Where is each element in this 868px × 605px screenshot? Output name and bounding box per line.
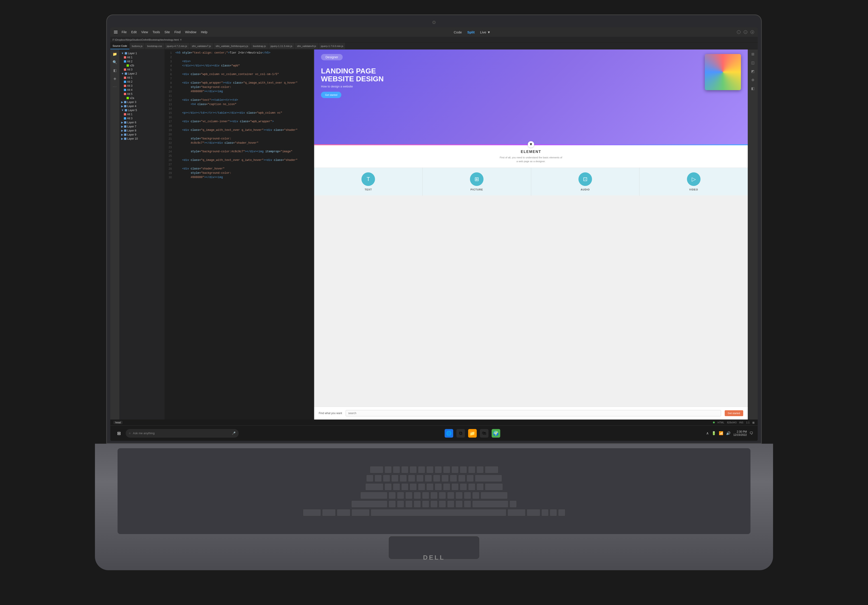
key-c[interactable] [405, 500, 412, 508]
close-button[interactable]: ✕ [750, 30, 754, 34]
key-z[interactable] [389, 500, 396, 508]
layer-9[interactable]: ▶ Layer 9 [119, 133, 164, 137]
key-alt-r[interactable] [507, 509, 525, 516]
key-shift-r[interactable] [472, 500, 508, 508]
file-tab-bootstrap-css[interactable]: bootstrap.css [145, 43, 164, 49]
nav-code[interactable]: Code [454, 30, 462, 34]
menu-edit[interactable]: Edit [131, 30, 137, 34]
key-f6[interactable] [426, 466, 434, 473]
layer-4[interactable]: ▶ Layer 4 [119, 104, 164, 108]
taskbar-notification-icon[interactable]: 🗨 [750, 431, 753, 435]
layer-1[interactable]: ▼ Layer 1 [119, 51, 164, 55]
taskbar-search-bar[interactable]: ○ Ask me anything 🎤 [126, 429, 239, 438]
key-space[interactable] [371, 509, 506, 516]
layer-1-alt3[interactable]: Alt 3 [119, 68, 164, 72]
menu-view[interactable]: View [141, 30, 148, 34]
key-5[interactable] [408, 475, 415, 482]
key-f4[interactable] [409, 466, 417, 473]
layers-icon[interactable]: ◧ [112, 68, 118, 73]
chevron-down-icon[interactable]: ▼ [528, 141, 534, 147]
key-esc[interactable] [370, 466, 383, 473]
key-r[interactable] [409, 483, 417, 490]
file-tab-source-code[interactable]: Source Code [110, 43, 130, 49]
key-minus[interactable] [458, 475, 465, 482]
maximize-button[interactable]: □ [744, 30, 747, 34]
key-p[interactable] [460, 483, 467, 490]
file-close-icon[interactable]: ✕ [180, 38, 182, 41]
key-win[interactable] [337, 509, 350, 516]
get-started-button[interactable]: Get started [321, 92, 341, 98]
nav-live[interactable]: Live ▼ [480, 30, 491, 34]
right-icon-2[interactable]: ◫ [750, 60, 755, 65]
key-h[interactable] [430, 492, 438, 499]
key-quote[interactable] [472, 492, 479, 499]
key-comma[interactable] [447, 500, 454, 508]
layer-5[interactable]: ▼ Layer 5 [119, 108, 164, 112]
key-u[interactable] [435, 483, 442, 490]
file-tab-sfm2[interactable]: sfm_validate_0xfnltenquery.js [213, 43, 251, 49]
key-bracket-l[interactable] [468, 483, 475, 490]
layer-10[interactable]: ▶ Layer 10 [119, 137, 164, 141]
key-semi[interactable] [464, 492, 471, 499]
key-a[interactable] [389, 492, 396, 499]
file-tab-buttons-js[interactable]: buttons.js [130, 43, 145, 49]
layer-1-v2b[interactable]: v2b [119, 63, 164, 68]
taskbar-clock[interactable]: 2:30 PM 12/15/2022 [733, 430, 747, 436]
taskbar-app-folder[interactable]: 📁 [468, 429, 477, 438]
search-input[interactable] [346, 410, 721, 416]
menu-find[interactable]: Find [175, 30, 181, 34]
key-t[interactable] [418, 483, 425, 490]
layer-2-v2a[interactable]: v2a [119, 96, 164, 100]
key-f9[interactable] [451, 466, 459, 473]
files-icon[interactable]: 📁 [112, 51, 118, 57]
file-tab-jquery3[interactable]: jquery-1.7.6.0.min.js [318, 43, 346, 49]
key-3[interactable] [391, 475, 398, 482]
right-icon-1[interactable]: ⊞ [750, 51, 755, 57]
menu-help[interactable]: Help [201, 30, 208, 34]
hamburger-icon[interactable] [114, 31, 118, 33]
layer-6[interactable]: ▶ Layer 6 [119, 121, 164, 124]
key-tab[interactable] [365, 483, 383, 490]
layer-1-alt2[interactable]: Alt 2 [119, 59, 164, 63]
file-tab-jquery1[interactable]: jquery-4.7.2.min.js [164, 43, 190, 49]
menu-window[interactable]: Window [185, 30, 197, 34]
file-tab-sfm1[interactable]: sfm_validatev7.js [190, 43, 213, 49]
layer-8[interactable]: ▶ Layer 8 [119, 128, 164, 133]
key-backslash[interactable] [485, 483, 503, 490]
key-f2[interactable] [393, 466, 400, 473]
right-icon-5[interactable]: ◧ [750, 86, 755, 91]
layer-2-alt3[interactable]: Alt 3 [119, 84, 164, 88]
key-alt-l[interactable] [352, 509, 370, 516]
key-i[interactable] [443, 483, 450, 490]
key-v[interactable] [414, 500, 421, 508]
key-arrow-right[interactable] [558, 509, 565, 516]
key-6[interactable] [416, 475, 423, 482]
assets-icon[interactable]: ◈ [112, 76, 118, 81]
layer-5-alt3[interactable]: Alt 3 [119, 116, 164, 121]
key-f[interactable] [414, 492, 421, 499]
taskbar-chevron-up-icon[interactable]: ∧ [706, 431, 709, 435]
search-sidebar-icon[interactable]: 🔍 [112, 59, 118, 65]
key-o[interactable] [451, 483, 459, 490]
key-del[interactable] [485, 466, 498, 473]
layer-7[interactable]: ▶ Layer 7 [119, 124, 164, 128]
key-s[interactable] [397, 492, 404, 499]
key-9[interactable] [442, 475, 449, 482]
right-icon-4[interactable]: ⊕ [750, 77, 755, 82]
layer-2-alt4[interactable]: Alt 4 [119, 88, 164, 92]
layer-5-alt1[interactable]: Alt 1 [119, 112, 164, 116]
key-fn[interactable] [322, 509, 336, 516]
key-shift-l[interactable] [351, 500, 388, 508]
key-f12[interactable] [476, 466, 484, 473]
key-k[interactable] [447, 492, 454, 499]
taskbar-volume-icon[interactable]: 🔊 [726, 431, 730, 435]
minimize-button[interactable]: − [737, 30, 741, 34]
windows-start-button[interactable]: ⊞ [115, 429, 123, 437]
file-tab-sfm3[interactable]: sfm_validatev9.js [295, 43, 318, 49]
file-tab-jquery2[interactable]: jquery-1.11.3.min.js [268, 43, 295, 49]
key-caps[interactable] [360, 492, 388, 499]
layer-1-alt1[interactable]: Alt 1 [119, 55, 164, 59]
key-f1[interactable] [384, 466, 392, 473]
key-7[interactable] [425, 475, 432, 482]
layer-2-alt2[interactable]: Alt 2 [119, 80, 164, 84]
